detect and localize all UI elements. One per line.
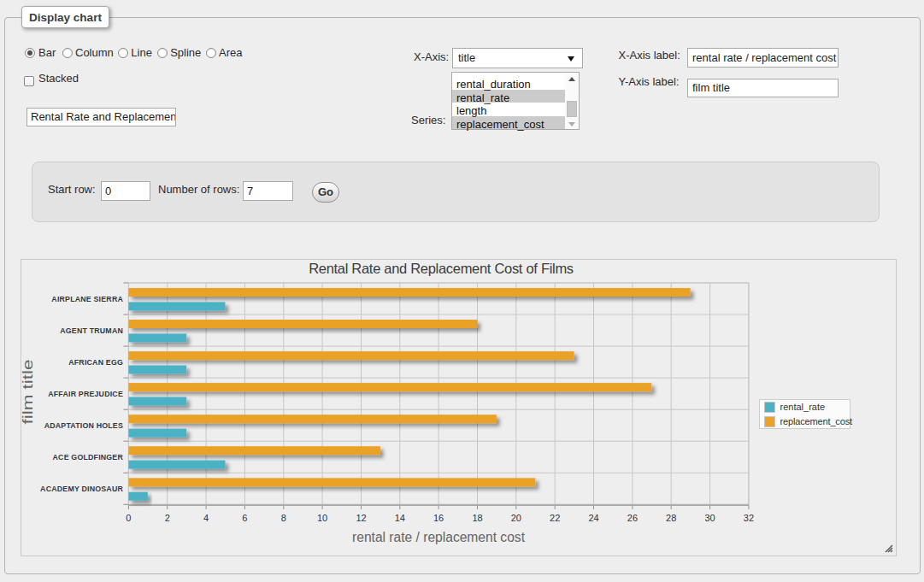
svg-text:12: 12: [356, 513, 366, 523]
svg-text:20: 20: [511, 513, 521, 523]
svg-text:28: 28: [666, 513, 676, 523]
svg-text:26: 26: [627, 513, 638, 523]
svg-text:30: 30: [704, 513, 715, 523]
svg-text:AGENT TRUMAN: AGENT TRUMAN: [60, 326, 123, 335]
svg-text:32: 32: [744, 513, 754, 523]
svg-text:ACE GOLDFINGER: ACE GOLDFINGER: [53, 453, 124, 461]
svg-text:ADAPTATION HOLES: ADAPTATION HOLES: [44, 421, 123, 430]
svg-text:2: 2: [165, 513, 170, 523]
svg-text:Rental Rate and Replacement Co: Rental Rate and Replacement Cost of Film…: [309, 261, 574, 276]
svg-text:rental_rate: rental_rate: [780, 402, 826, 412]
svg-text:AFFAIR PREJUDICE: AFFAIR PREJUDICE: [48, 390, 123, 398]
svg-text:22: 22: [550, 513, 560, 523]
svg-text:4: 4: [203, 513, 209, 523]
svg-text:AIRPLANE SIERRA: AIRPLANE SIERRA: [51, 295, 123, 303]
svg-text:6: 6: [242, 513, 247, 523]
svg-text:24: 24: [588, 513, 598, 523]
svg-text:16: 16: [433, 513, 444, 523]
svg-text:8: 8: [281, 513, 286, 523]
svg-text:10: 10: [317, 513, 327, 523]
svg-text:film title: film title: [21, 359, 35, 424]
svg-text:ACADEMY DINOSAUR: ACADEMY DINOSAUR: [40, 485, 123, 493]
svg-text:rental rate / replacement cost: rental rate / replacement cost: [352, 530, 526, 544]
svg-text:18: 18: [472, 513, 482, 523]
svg-text:replacement_cost: replacement_cost: [780, 416, 853, 426]
svg-text:0: 0: [126, 513, 131, 523]
svg-text:AFRICAN EGG: AFRICAN EGG: [68, 358, 123, 367]
svg-text:14: 14: [395, 513, 405, 523]
